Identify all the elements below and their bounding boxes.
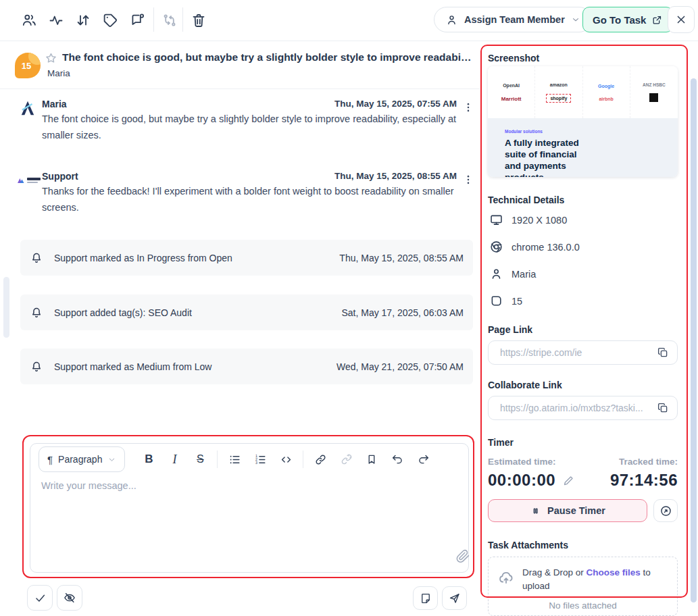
redo-button[interactable] <box>410 446 436 472</box>
logo-amazon: amazon <box>546 82 571 87</box>
note-button[interactable] <box>413 586 438 610</box>
pause-timer-button[interactable]: Pause Timer <box>488 499 647 522</box>
assign-label: Assign Team Member <box>464 14 565 25</box>
comment-author: Maria <box>42 99 67 109</box>
drop-text-prefix: Drag & Drop or <box>522 567 584 578</box>
kebab-menu-icon <box>462 172 474 187</box>
no-files-label: No files attached <box>488 600 678 611</box>
activity-button[interactable] <box>47 11 65 29</box>
activity-row: Support marked as In Progress from Open … <box>20 240 473 276</box>
ordered-list-button[interactable]: 123 <box>247 446 273 472</box>
trash-icon <box>191 12 207 28</box>
send-button[interactable] <box>442 586 467 610</box>
bullet-list-button[interactable] <box>222 446 247 472</box>
activity-timestamp: Thu, May 15, 2025, 08:55 AM <box>339 253 464 263</box>
close-panel-button[interactable] <box>668 6 695 33</box>
favorite-star-button[interactable] <box>44 51 58 66</box>
message-input[interactable] <box>40 479 458 566</box>
redo-icon <box>417 453 430 466</box>
unlink-icon <box>340 453 353 466</box>
tag-button[interactable] <box>101 11 119 29</box>
logo-mark <box>649 93 658 102</box>
bold-button[interactable]: B <box>136 446 161 472</box>
task-number: 15 <box>15 53 38 78</box>
message-editor: ¶ Paragraph B I S 123 <box>30 443 469 573</box>
copy-page-link-button[interactable] <box>657 346 669 359</box>
activity-pulse-icon <box>48 12 64 28</box>
chrome-icon <box>489 240 503 254</box>
task-title: The font choice is good, but maybe try a… <box>62 51 473 63</box>
paragraph-style-dropdown[interactable]: ¶ Paragraph <box>39 446 125 472</box>
avatar <box>16 176 42 185</box>
comment-status-button[interactable] <box>128 11 146 29</box>
paperclip-icon <box>456 549 470 563</box>
go-to-task-button[interactable]: Go To Task <box>582 7 673 32</box>
comment-menu-button[interactable] <box>462 100 474 115</box>
logo-shopify-selected: shopify <box>546 94 571 103</box>
bell-icon <box>30 251 43 265</box>
support-avatar-logo-text <box>27 178 41 183</box>
transfer-button[interactable] <box>161 11 178 29</box>
logo-cell: amazon shopify <box>535 66 582 118</box>
screenshot-thumbnail[interactable]: OpenAI Marriott amazon shopify Google ai… <box>488 66 678 177</box>
code-button[interactable] <box>273 446 299 472</box>
bell-icon <box>30 306 43 319</box>
page-link-input[interactable] <box>499 346 657 359</box>
editor-toolbar: ¶ Paragraph B I S 123 <box>30 444 468 475</box>
task-author: Maria <box>47 68 70 78</box>
link-button[interactable] <box>307 446 333 472</box>
logo-marriott: Marriott <box>501 96 522 102</box>
close-icon <box>674 13 688 26</box>
timer-heading: Timer <box>488 437 514 448</box>
hero-line: suite of financial <box>505 149 678 160</box>
delete-task-button[interactable] <box>190 11 207 29</box>
comment-body: The font choice is good, but maybe try a… <box>42 111 459 143</box>
unlink-button[interactable] <box>333 446 359 472</box>
resolve-button[interactable] <box>27 585 53 611</box>
choose-files-link[interactable]: Choose files <box>587 567 641 578</box>
right-scrollbar-thumb[interactable] <box>691 78 697 602</box>
left-scrollbar-thumb[interactable] <box>3 277 9 338</box>
ordered-list-icon: 123 <box>254 453 267 466</box>
comment-flag-icon <box>129 12 145 28</box>
copy-collaborate-link-button[interactable] <box>657 402 669 414</box>
undo-icon <box>391 453 404 466</box>
comment-timestamp: Thu, May 15, 2025, 07:55 AM <box>334 99 457 109</box>
tracked-time-value: 97:14:56 <box>488 471 678 490</box>
activity-row: Support added tag(s): SEO Audit Sat, May… <box>20 294 473 330</box>
collaborators-button[interactable] <box>20 11 38 29</box>
assign-team-member-dropdown[interactable]: Assign Team Member <box>434 7 592 32</box>
kebab-menu-icon <box>462 100 474 115</box>
tracked-time-label: Tracked time: <box>488 457 678 467</box>
task-detail-panel: Assign Team Member Go To Task 15 The fon… <box>0 0 698 616</box>
header-toolbar: Assign Team Member Go To Task <box>0 0 698 41</box>
attach-file-button[interactable] <box>456 549 470 563</box>
strikethrough-button[interactable]: S <box>187 446 213 472</box>
external-link-icon <box>651 14 663 26</box>
collaborate-link-input[interactable] <box>499 402 657 414</box>
users-icon <box>21 12 37 28</box>
toolbar-divider <box>217 451 218 468</box>
resolution-value: 1920 X 1080 <box>512 215 567 226</box>
internal-note-visibility-button[interactable] <box>57 585 82 611</box>
undo-button[interactable] <box>384 446 410 472</box>
copy-icon <box>657 402 669 414</box>
time-log-button[interactable] <box>653 499 678 522</box>
browser-row: chrome 136.0.0 <box>489 240 580 254</box>
task-number-badge: 15 <box>15 53 41 78</box>
sort-button[interactable] <box>74 11 92 29</box>
bookmark-button[interactable] <box>359 446 384 472</box>
hero-line: A fully integrated <box>505 137 678 149</box>
note-icon <box>420 592 432 605</box>
comment-menu-button[interactable] <box>462 172 474 187</box>
support-avatar-logo-icon <box>16 176 25 184</box>
go-to-task-label: Go To Task <box>593 14 646 26</box>
copy-icon <box>657 346 669 359</box>
bell-icon <box>30 360 43 374</box>
collaborate-link-field <box>488 396 678 420</box>
italic-button[interactable]: I <box>161 446 187 472</box>
maria-avatar-logo-icon <box>19 99 36 118</box>
activity-timestamp: Sat, May 17, 2025, 06:03 AM <box>341 307 464 318</box>
pilcrow-icon: ¶ <box>47 454 53 465</box>
paragraph-label: Paragraph <box>58 454 102 465</box>
